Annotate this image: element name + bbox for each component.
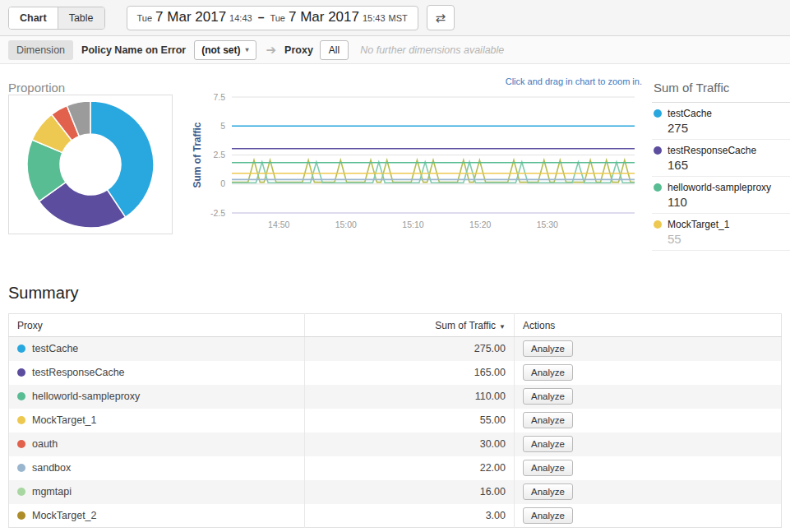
proxy-name-cell: MockTarget_2 — [9, 504, 305, 528]
chart-legend: Sum of Traffic testCache275testResponseC… — [652, 77, 790, 251]
summary-section: Summary Proxy Sum of Traffic▼ Actions te… — [0, 273, 790, 528]
analyze-button[interactable]: Analyze — [523, 460, 573, 476]
refresh-icon: ⇄ — [435, 11, 446, 25]
traffic-value-cell: 16.00 — [305, 480, 515, 504]
actions-cell: Analyze — [515, 504, 782, 528]
actions-cell: Analyze — [515, 385, 782, 409]
start-date: 7 Mar 2017 — [155, 9, 226, 25]
y-tick-label: 7.5 — [213, 92, 225, 102]
series-color-dot — [17, 464, 25, 472]
dimension-note: No further dimensions available — [360, 44, 504, 56]
table-row: testResponseCache165.00Analyze — [9, 361, 782, 385]
series-color-dot — [17, 511, 25, 520]
legend-item[interactable]: testResponseCache165 — [652, 140, 790, 177]
series-color-dot — [17, 440, 25, 448]
legend-item[interactable]: MockTarget_155 — [652, 214, 790, 251]
analyze-button[interactable]: Analyze — [523, 483, 573, 500]
proportion-donut-box — [8, 95, 173, 234]
arrow-right-icon: ➔ — [266, 43, 277, 58]
column-header-proxy[interactable]: Proxy — [9, 314, 305, 337]
toolbar: Chart Table Tue 7 Mar 2017 14:43 – Tue 7… — [0, 0, 790, 36]
legend-item-name: MockTarget_1 — [654, 219, 790, 230]
traffic-line-chart[interactable]: 7.552.50-2.514:5015:0015:1015:2015:30Sum… — [191, 86, 651, 237]
start-time: 14:43 — [229, 13, 252, 23]
x-tick-label: 14:50 — [268, 220, 289, 229]
analyze-button[interactable]: Analyze — [523, 412, 573, 428]
legend-item-name: testCache — [654, 108, 790, 119]
legend-item-name: testResponseCache — [654, 145, 790, 156]
proxy-name-cell: testCache — [9, 337, 305, 361]
proxy-label: Proxy — [284, 44, 313, 56]
series-color-dot — [17, 368, 25, 377]
traffic-value-cell: 165.00 — [305, 361, 515, 385]
legend-item-value: 275 — [668, 121, 790, 135]
x-tick-label: 15:30 — [537, 220, 558, 229]
actions-cell: Analyze — [515, 409, 782, 433]
date-range-separator: – — [258, 11, 265, 24]
analyze-button[interactable]: Analyze — [523, 364, 573, 381]
tab-chart[interactable]: Chart — [9, 7, 58, 29]
dimension-bar: Dimension Policy Name on Error (not set)… — [0, 36, 790, 64]
summary-table: Proxy Sum of Traffic▼ Actions testCache2… — [8, 313, 782, 528]
start-day: Tue — [137, 13, 153, 23]
series-color-dot — [17, 345, 25, 353]
legend-item-value: 165 — [668, 158, 790, 172]
column-header-sum-of-traffic[interactable]: Sum of Traffic▼ — [305, 314, 515, 337]
series-color-dot — [654, 109, 662, 118]
summary-title: Summary — [8, 284, 782, 303]
proxy-name-cell: oauth — [9, 433, 305, 456]
legend-title: Sum of Traffic — [652, 77, 790, 103]
dimension-value-dropdown[interactable]: (not set) ▾ — [194, 40, 256, 60]
date-range-picker[interactable]: Tue 7 Mar 2017 14:43 – Tue 7 Mar 2017 15… — [127, 6, 418, 30]
traffic-value-cell: 110.00 — [305, 385, 515, 409]
analyze-button[interactable]: Analyze — [523, 340, 573, 357]
traffic-value-cell: 22.00 — [305, 456, 515, 480]
end-time: 15:43 — [363, 13, 386, 23]
table-row: testCache275.00Analyze — [9, 337, 782, 361]
timezone-label: MST — [389, 13, 408, 23]
series-line — [232, 160, 635, 183]
traffic-value-cell: 275.00 — [305, 337, 515, 361]
series-color-dot — [17, 416, 25, 424]
actions-cell: Analyze — [515, 480, 782, 504]
tab-table[interactable]: Table — [58, 7, 104, 29]
y-tick-label: 2.5 — [213, 150, 225, 160]
proportion-donut-chart[interactable] — [9, 95, 172, 234]
x-tick-label: 15:20 — [469, 220, 491, 229]
proxy-name-cell: mgmtapi — [9, 480, 305, 504]
legend-items: testCache275testResponseCache165hellowor… — [652, 103, 790, 251]
legend-item-value: 110 — [668, 195, 790, 209]
summary-table-body: testCache275.00AnalyzetestResponseCache1… — [9, 337, 782, 528]
chevron-down-icon: ▾ — [246, 46, 249, 53]
table-row: MockTarget_23.00Analyze — [9, 504, 782, 528]
sort-desc-icon: ▼ — [499, 323, 506, 331]
series-color-dot — [654, 183, 662, 192]
table-row: mgmtapi16.00Analyze — [9, 480, 782, 504]
dimension-value: (not set) — [201, 44, 240, 56]
analyze-button[interactable]: Analyze — [523, 388, 573, 405]
refresh-button[interactable]: ⇄ — [427, 5, 455, 30]
legend-item-value: 55 — [668, 232, 790, 246]
actions-cell: Analyze — [515, 456, 782, 480]
series-color-dot — [17, 488, 25, 496]
legend-item[interactable]: testCache275 — [652, 103, 790, 140]
column-header-actions: Actions — [515, 314, 782, 337]
traffic-value-cell: 30.00 — [305, 433, 515, 456]
proxy-name-cell: helloworld-sampleproxy — [9, 385, 305, 409]
y-tick-label: 5 — [220, 121, 225, 131]
chart-table-toggle: Chart Table — [8, 7, 105, 30]
actions-cell: Analyze — [515, 433, 782, 456]
y-tick-label: 0 — [220, 178, 225, 188]
y-axis-label: Sum of Traffic — [192, 122, 203, 187]
analyze-button[interactable]: Analyze — [523, 436, 573, 452]
y-tick-label: -2.5 — [210, 208, 225, 218]
actions-cell: Analyze — [515, 337, 782, 361]
series-color-dot — [654, 146, 662, 155]
x-tick-label: 15:00 — [335, 220, 357, 229]
proxy-name-cell: sandbox — [9, 456, 305, 480]
proxy-name-cell: testResponseCache — [9, 361, 305, 385]
series-color-dot — [654, 220, 662, 229]
legend-item[interactable]: helloworld-sampleproxy110 — [652, 177, 790, 214]
analyze-button[interactable]: Analyze — [523, 507, 573, 524]
proxy-filter-button[interactable]: All — [320, 40, 349, 60]
